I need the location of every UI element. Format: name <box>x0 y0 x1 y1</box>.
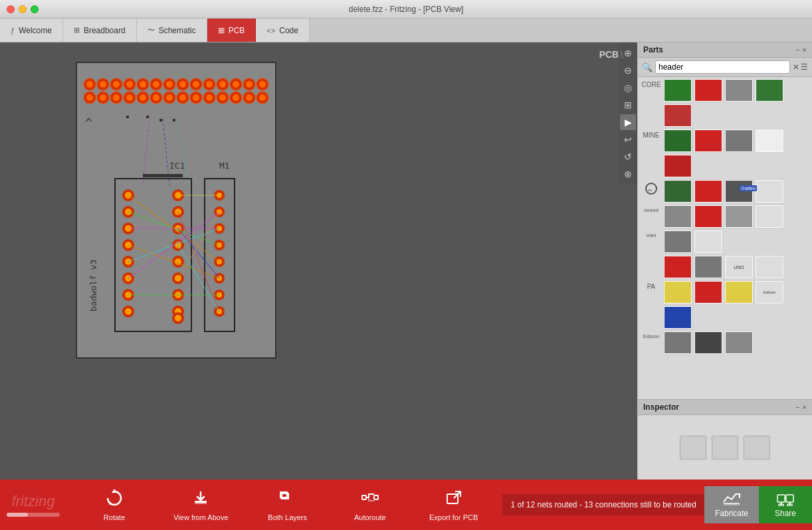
part-thumb[interactable] <box>694 205 723 228</box>
seeed-parts-row <box>663 205 784 228</box>
panel-close-button[interactable]: × <box>803 46 807 54</box>
part-thumb[interactable] <box>755 129 784 153</box>
part-thumb[interactable] <box>663 205 692 228</box>
core-parts-row <box>663 78 811 128</box>
svg-point-53 <box>233 94 239 101</box>
svg-point-55 <box>246 94 253 101</box>
layers-icon[interactable]: ⊞ <box>620 97 636 113</box>
parts-panel: Parts − × 🔍 ✕ ☰ CORE <box>638 43 812 400</box>
svg-rect-60 <box>146 116 149 118</box>
svg-point-47 <box>193 94 199 101</box>
part-thumb[interactable] <box>694 280 723 304</box>
part-thumb[interactable] <box>694 331 723 355</box>
zoom-out-icon[interactable]: ⊖ <box>620 62 636 78</box>
both-layers-label: Both Layers <box>268 513 307 521</box>
fabricate-button[interactable]: Fabricate <box>704 486 759 523</box>
part-thumb[interactable] <box>663 179 692 203</box>
svg-point-35 <box>113 94 120 101</box>
export-pcb-button[interactable]: Export for PCB <box>429 489 478 521</box>
part-thumb[interactable] <box>755 78 784 102</box>
parts-section-intel: intel <box>639 230 811 254</box>
mine-parts-row <box>663 129 811 178</box>
part-thumb[interactable]: UNO <box>724 255 754 279</box>
section-label-arduino: ∞ <box>639 179 663 197</box>
section-label-mine: MINE <box>639 129 663 139</box>
part-thumb[interactable] <box>663 331 692 355</box>
parts-search-input[interactable] <box>655 60 790 74</box>
part-thumb[interactable] <box>663 280 692 304</box>
part-thumb[interactable] <box>694 255 723 279</box>
canvas-sidebar: ⊕ ⊖ ◎ ⊞ ▶ ↩ ↺ ⊗ <box>619 43 637 185</box>
part-thumb[interactable] <box>755 255 784 279</box>
svg-rect-150 <box>786 495 793 502</box>
arduino-parts-row: Galileo <box>663 179 784 203</box>
part-thumb[interactable] <box>663 154 692 178</box>
tab-schematic[interactable]: 〜 Schematic <box>137 19 207 42</box>
inspector-close-button[interactable]: × <box>803 403 807 411</box>
inspector-swatch-2 <box>712 436 738 460</box>
part-thumb[interactable] <box>663 129 692 153</box>
close-button[interactable] <box>7 5 15 13</box>
parts-grid: CORE MINE <box>638 77 812 399</box>
rotate-button[interactable]: Rotate <box>91 489 138 521</box>
svg-point-27 <box>246 81 253 88</box>
part-thumb[interactable] <box>724 205 754 228</box>
part-thumb[interactable] <box>724 331 754 355</box>
part-thumb[interactable] <box>724 78 754 102</box>
edison-parts-row <box>663 331 754 355</box>
part-thumb[interactable] <box>663 104 692 128</box>
part-thumb[interactable] <box>755 205 784 228</box>
parts-section-core: CORE <box>639 78 811 128</box>
part-thumb[interactable]: Galileo <box>724 179 754 203</box>
view-from-above-icon <box>191 489 210 511</box>
intel-parts-row <box>663 230 723 254</box>
undo-icon[interactable]: ↩ <box>620 132 636 147</box>
svg-point-102 <box>175 315 181 321</box>
search-clear-button[interactable]: ✕ <box>793 62 799 72</box>
part-thumb[interactable] <box>755 179 784 203</box>
svg-rect-149 <box>777 495 785 502</box>
part-thumb[interactable]: Edison <box>755 280 784 304</box>
svg-rect-138 <box>195 501 207 503</box>
zoom-in-icon[interactable]: ⊕ <box>620 45 636 61</box>
svg-point-39 <box>140 94 146 101</box>
part-thumb[interactable] <box>724 129 754 153</box>
part-thumb[interactable] <box>663 78 692 102</box>
parts-section-mine: MINE <box>639 129 811 178</box>
tab-welcome[interactable]: ƒ Welcome <box>0 19 63 42</box>
view-from-above-button[interactable]: View from Above <box>173 489 228 521</box>
fit-view-icon[interactable]: ◎ <box>620 80 636 96</box>
bottom-area: fritzing Rotate <box>0 480 812 530</box>
tab-breadboard[interactable]: ⊞ Breadboard <box>63 19 137 42</box>
rotate-icon[interactable]: ↺ <box>620 149 636 165</box>
canvas-area[interactable]: PCB1 <box>0 43 637 480</box>
tab-code[interactable]: <> Code <box>256 19 310 42</box>
both-layers-button[interactable]: Both Layers <box>264 489 311 521</box>
part-thumb[interactable] <box>724 280 754 304</box>
part-thumb[interactable] <box>694 230 723 254</box>
svg-point-9 <box>126 81 133 88</box>
part-thumb[interactable] <box>694 129 723 153</box>
panel-minimize-button[interactable]: − <box>795 46 799 54</box>
view-from-above-label: View from Above <box>173 513 228 521</box>
svg-point-84 <box>125 308 132 315</box>
part-thumb[interactable] <box>663 255 692 279</box>
inspector-panel-title: Inspector <box>643 402 679 412</box>
pcb-view-icon[interactable]: ▶ <box>620 114 636 130</box>
tab-pcb[interactable]: ▦ PCB <box>207 19 256 42</box>
search-menu-icon[interactable]: ☰ <box>801 62 808 72</box>
settings-icon[interactable]: ⊗ <box>620 166 636 182</box>
minimize-button[interactable] <box>19 5 27 13</box>
part-thumb[interactable] <box>663 306 692 329</box>
share-button[interactable]: Share <box>759 486 812 523</box>
parts-section-seeed: seeed <box>639 205 811 228</box>
autoroute-button[interactable]: Autoroute <box>347 489 393 521</box>
part-thumb[interactable] <box>694 78 723 102</box>
part-thumb[interactable] <box>663 230 692 254</box>
svg-rect-59 <box>126 116 129 118</box>
part-thumb[interactable] <box>694 179 723 203</box>
inspector-minimize-button[interactable]: − <box>795 403 799 411</box>
maximize-button[interactable] <box>31 5 39 13</box>
svg-point-31 <box>86 94 93 101</box>
share-label: Share <box>775 509 796 518</box>
